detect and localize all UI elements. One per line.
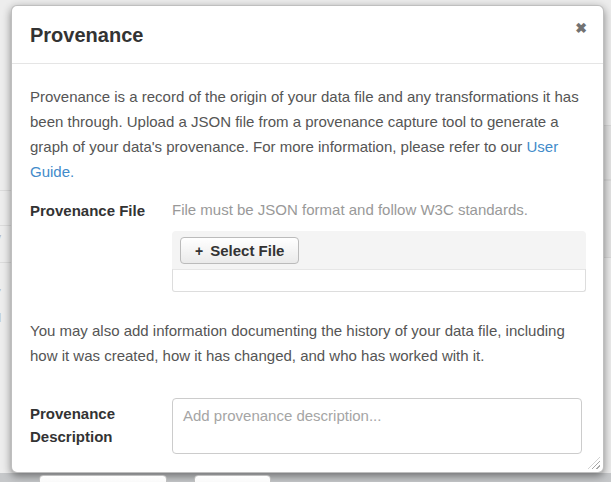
provenance-description-label: Provenance Description (30, 398, 172, 458)
select-file-button[interactable]: +Select File (180, 237, 299, 264)
file-upload-toolbar: +Select File (172, 231, 586, 269)
background-text-fragment: y (0, 230, 5, 245)
selected-file-name-display (172, 269, 586, 292)
modal-body: Provenance is a record of the origin of … (12, 64, 603, 482)
modal-header: Provenance ✖ (12, 6, 603, 64)
background-page-right-strip (604, 0, 611, 473)
background-section (604, 125, 611, 180)
select-file-button-label: Select File (210, 242, 284, 259)
provenance-file-column: File must be JSON format and follow W3C … (172, 199, 586, 318)
save-changes-button[interactable]: Save Changes (39, 475, 167, 482)
background-text-fragment: d (0, 310, 5, 325)
close-icon[interactable]: ✖ (575, 20, 587, 36)
description-intro-paragraph: You may also add information documenting… (30, 318, 586, 368)
modal-title: Provenance (30, 21, 587, 49)
provenance-file-row: Provenance File File must be JSON format… (30, 199, 586, 318)
background-section (604, 180, 611, 258)
intro-text: Provenance is a record of the origin of … (30, 88, 579, 155)
provenance-file-label: Provenance File (30, 199, 172, 318)
cancel-button[interactable]: Cancel (194, 475, 271, 482)
background-text-fragment: 7 (0, 286, 5, 301)
background-divider (0, 225, 11, 226)
provenance-modal: Provenance ✖ Provenance is a record of t… (11, 5, 604, 473)
background-divider (0, 190, 11, 191)
intro-text-end: . (70, 163, 74, 180)
background-divider (0, 262, 11, 263)
modal-footer: Save Changes Cancel (30, 458, 586, 482)
provenance-description-column (172, 398, 586, 458)
file-format-help-text: File must be JSON format and follow W3C … (172, 199, 586, 221)
provenance-description-row: Provenance Description (30, 398, 586, 458)
background-page-left-strip: y 7 d (0, 0, 11, 473)
plus-icon: + (195, 243, 203, 259)
provenance-description-input[interactable] (172, 398, 582, 454)
file-upload-widget: +Select File (172, 231, 586, 292)
intro-paragraph: Provenance is a record of the origin of … (30, 84, 586, 184)
